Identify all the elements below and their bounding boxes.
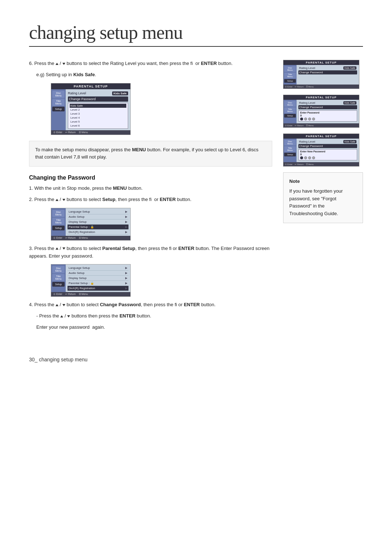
step6-text: 6. Press the / buttons to select the Rat…	[29, 60, 272, 67]
rs-footer-3: ⊙ Enter ↩ Return ☰ Menu	[283, 162, 359, 166]
screen-footer: ⊙ Enter ↩ Return ☰ Menu	[51, 130, 130, 135]
new-dot-3	[308, 156, 311, 159]
dot-3	[308, 118, 311, 120]
audio-setup-2: Audio Setup▶	[68, 271, 128, 276]
side-nav: DiscMenu TitleMenu Setup	[51, 89, 66, 130]
change-password-row: Change Password	[68, 97, 128, 102]
rs-footer-2: ⊙ Enter ↩ Return ☰ Menu	[283, 123, 359, 127]
new-dot-2	[304, 156, 307, 159]
note-text: If you have forgotten your password, see…	[289, 188, 357, 218]
disc-menu-2: DiscMenu	[52, 266, 65, 273]
enter-password-box: Enter Password 0	[298, 110, 357, 122]
new-password-dots	[300, 156, 355, 159]
rs-disc-1: DiscMenu	[284, 66, 296, 72]
step3-text: 3. Press the / buttons to select Parenta…	[29, 245, 272, 260]
rs-disc-3: DiscMenu	[284, 140, 296, 145]
rs-content-1: Rating Level Kids Safe Change Password	[297, 65, 359, 85]
disc-menu-nav: DiscMenu	[52, 91, 65, 98]
parental-setup-screen-1: PARENTAL SETUP DiscMenu TitleMenu Setup …	[51, 83, 131, 135]
rs-title-1: TitleMenu	[284, 73, 296, 78]
step4-sub2: Enter your new password again.	[29, 324, 272, 331]
audio-setup: Audio Setup▶	[68, 214, 128, 219]
new-dot-1	[300, 156, 303, 159]
setup-screen-2: DiscMenu TitleMenu Setup Language Setup▶…	[51, 264, 131, 297]
level6-option: Level 6	[70, 124, 126, 128]
parental-setup: Parental Setup : 🔒▶	[68, 225, 128, 230]
setup-content-2: Language Setup▶ Audio Setup▶ Display Set…	[66, 264, 130, 292]
step2-text: 2. Press the / buttons to select Setup, …	[29, 196, 272, 204]
section-heading: Changing the Password	[29, 175, 272, 181]
rs-title-2: TitleMenu	[284, 107, 296, 113]
new-dot-4	[312, 156, 315, 159]
rs-setup-3: Setup	[284, 153, 296, 156]
dot-2	[304, 118, 307, 120]
level4-option: Level 4	[70, 116, 126, 120]
title-menu-1: TitleMenu	[52, 218, 65, 225]
rs-title-3: PARENTAL SETUP	[283, 134, 359, 139]
display-setup-2: Display Setup▶	[68, 276, 128, 281]
kids-safe-option: Kids Safe	[70, 104, 126, 108]
page-title: changing setup menu	[29, 22, 363, 47]
rs-change-pw-2: Change Password	[298, 105, 357, 110]
rs-title-3: TitleMenu	[284, 146, 296, 152]
title-menu-nav: TitleMenu	[52, 99, 65, 106]
step1-text: 1. With the unit in Stop mode, press the…	[29, 185, 272, 192]
language-setup: Language Setup▶	[68, 209, 128, 214]
rs-content-3: Rating Level Kids Safe Change Password E…	[297, 139, 359, 162]
note-title: Note	[289, 178, 357, 185]
right-screen-2: PARENTAL SETUP DiscMenu TitleMenu Setup …	[283, 95, 359, 128]
rs-title-1: PARENTAL SETUP	[283, 60, 359, 65]
language-setup-2: Language Setup▶	[68, 266, 128, 271]
new-password-box: Enter New Password 0	[298, 149, 357, 160]
rs-setup-2: Setup	[284, 114, 296, 118]
rs-disc-2: DiscMenu	[284, 101, 296, 107]
level-dropdown: Kids Safe Level 2 Level 3 Level 4 Level …	[68, 103, 128, 129]
setup-nav: Setup	[52, 107, 65, 111]
step4-text: 4. Press the / button to select Change P…	[29, 301, 272, 309]
rs-sidenav-1: DiscMenu TitleMenu Setup	[283, 65, 297, 85]
divx-reg: DivX(R) Registration▶	[68, 230, 128, 235]
setup-side-nav-1: DiscMenu TitleMenu Setup	[51, 208, 66, 236]
note-box: Note If you have forgotten your password…	[283, 172, 363, 223]
rs-change-pw-3: Change Password	[298, 144, 357, 148]
rs-rating-3: Rating Level Kids Safe	[298, 140, 357, 144]
setup-side-nav-2: DiscMenu TitleMenu Setup	[51, 264, 66, 292]
step4-sub1: - Press the / buttons then press the ENT…	[29, 312, 272, 320]
level2-option: Level 2	[70, 108, 126, 112]
rs-rating-2: Rating Level Kids Safe	[298, 101, 357, 105]
divx-reg-2: DivX(R) Registration▶	[68, 286, 128, 291]
screen-title-bar: PARENTAL SETUP	[51, 83, 130, 89]
password-dots	[300, 118, 355, 120]
setup-content-1: Language Setup▶ Audio Setup▶ Display Set…	[66, 208, 130, 236]
right-column: PARENTAL SETUP DiscMenu TitleMenu Setup …	[283, 60, 363, 335]
setup-1: Setup	[52, 226, 65, 230]
screen-content: Rating Level Kids Safe Change Password K…	[66, 89, 130, 130]
rs-footer-1: ⊙ Enter ↩ Return ☰ Menu	[283, 85, 359, 89]
dot-1	[300, 118, 303, 120]
parental-setup-2: Parental Setup : 🔒▶	[68, 281, 128, 286]
rs-content-2: Rating Level Kids Safe Change Password E…	[297, 100, 359, 123]
right-screen-1: PARENTAL SETUP DiscMenu TitleMenu Setup …	[283, 60, 359, 89]
rs-change-pw-1: Change Password	[298, 70, 357, 75]
left-column: 6. Press the / buttons to select the Rat…	[29, 60, 272, 335]
display-setup: Display Setup▶	[68, 219, 128, 225]
step6-sub: e.g) Setting up in Kids Safe.	[29, 71, 272, 79]
title-menu-2: TitleMenu	[52, 274, 65, 281]
rs-sidenav-3: DiscMenu TitleMenu Setup	[283, 139, 297, 162]
setup-footer-2: ⊙ Enter ↩ Return ☰ Menu	[51, 292, 130, 296]
setup-screen-1: DiscMenu TitleMenu Setup Language Setup▶…	[51, 208, 131, 241]
setup-2: Setup	[52, 282, 65, 287]
right-screen-3: PARENTAL SETUP DiscMenu TitleMenu Setup …	[283, 134, 359, 167]
level5-option: Level 5	[70, 120, 126, 124]
page-footer: 30_ changing setup menu	[29, 357, 363, 362]
setup-footer-1: ⊙ Enter ↩ Return ☰ Menu	[51, 236, 130, 240]
disc-menu-1: DiscMenu	[52, 210, 65, 217]
rs-sidenav-2: DiscMenu TitleMenu Setup	[283, 100, 297, 123]
rs-title-2: PARENTAL SETUP	[283, 95, 359, 100]
info-box: To make the setup menu disappear, press …	[29, 141, 272, 167]
rating-level-row: Rating Level Kids Safe	[68, 91, 128, 97]
level3-option: Level 3	[70, 112, 126, 116]
dot-4	[312, 118, 315, 120]
rs-setup-1: Setup	[284, 79, 296, 83]
rs-rating-1: Rating Level Kids Safe	[298, 66, 357, 70]
